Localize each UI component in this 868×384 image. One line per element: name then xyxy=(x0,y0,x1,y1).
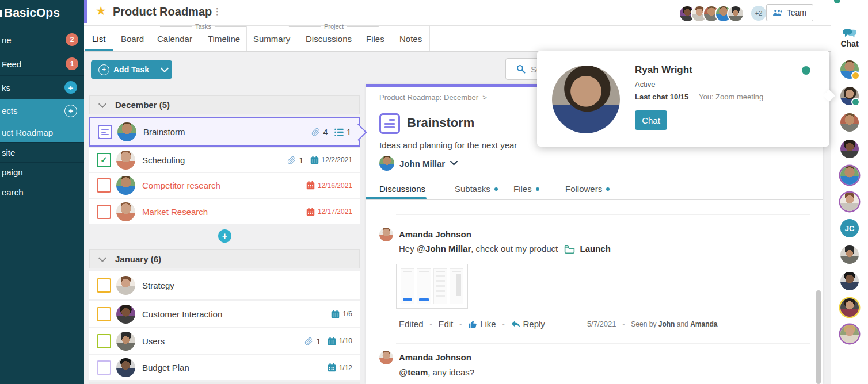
app-window: BasicOps ne 2 Feed 1 ks + ects + uct Roa… xyxy=(0,0,868,384)
member-avatar-stack[interactable] xyxy=(684,5,744,22)
team-button[interactable]: Team xyxy=(766,4,813,21)
more-members-chip[interactable]: +2 xyxy=(751,6,766,21)
sidebar-item-feed[interactable]: Feed 1 xyxy=(0,52,84,75)
chat-avatar-ryah-wright[interactable] xyxy=(840,87,859,105)
assignee-dropdown[interactable]: John Millar xyxy=(379,156,458,171)
mention-link[interactable]: John Millar xyxy=(425,244,471,254)
checkbox[interactable] xyxy=(97,307,111,321)
sidebar-project-campaign[interactable]: paign xyxy=(0,162,84,182)
avatar xyxy=(116,151,135,170)
chat-avatar-initials[interactable]: JC xyxy=(840,219,859,237)
chat-avatar-list: JC xyxy=(840,60,859,343)
paperclip-icon xyxy=(287,156,296,164)
plus-circle-icon: + xyxy=(98,64,109,75)
accent-bar xyxy=(84,0,87,23)
edit-action[interactable]: Edit xyxy=(438,319,453,329)
chat-avatar[interactable] xyxy=(840,193,859,211)
attachment-count: 1 xyxy=(316,336,321,346)
team-icon xyxy=(773,9,783,16)
checkbox[interactable] xyxy=(97,178,111,193)
mention-link[interactable]: team xyxy=(408,367,428,377)
sidebar-item-projects[interactable]: ects + xyxy=(0,99,84,122)
tab-files[interactable]: Files xyxy=(366,34,384,44)
paperclip-icon xyxy=(304,337,313,345)
sidebar-project-product-roadmap[interactable]: uct Roadmap xyxy=(0,122,84,142)
tab-summary[interactable]: Summary xyxy=(253,34,290,44)
tab-calendar[interactable]: Calendar xyxy=(157,34,192,44)
notification-dot xyxy=(606,187,610,191)
add-task-quick-icon[interactable]: + xyxy=(64,81,77,94)
chat-bubbles-icon[interactable] xyxy=(842,28,858,39)
more-menu-icon[interactable]: ⋮ xyxy=(213,6,222,17)
task-row-scheduling[interactable]: ✓ Scheduling 1 12/2/2021 xyxy=(89,148,360,172)
sidebar-item-tasks[interactable]: ks + xyxy=(0,75,84,99)
status-dot-green xyxy=(802,66,810,75)
group-header-december[interactable]: December (5) xyxy=(89,95,360,114)
add-task-dropdown[interactable] xyxy=(157,60,172,79)
checkbox[interactable] xyxy=(97,205,111,219)
project-header: ★ Product Roadmap ⋮ +2 Team xyxy=(84,0,831,26)
app-logo[interactable]: BasicOps xyxy=(4,6,60,20)
detail-tab-discussions[interactable]: Discussions xyxy=(379,184,425,194)
detail-tab-followers[interactable]: Followers xyxy=(565,184,610,194)
sidebar-project-research[interactable]: earch xyxy=(0,182,84,202)
add-row-button[interactable]: + xyxy=(218,229,231,243)
like-action[interactable]: Like xyxy=(468,319,496,329)
checkbox[interactable] xyxy=(97,360,111,375)
sidebar-item-home[interactable]: ne 2 xyxy=(0,28,84,51)
task-row-customer-interaction[interactable]: Customer Interaction 1/6 xyxy=(89,301,360,327)
checkbox[interactable] xyxy=(97,278,111,293)
task-row-market-research[interactable]: Market Research 12/17/2021 xyxy=(89,199,360,224)
reply-action[interactable]: Reply xyxy=(511,319,545,329)
chat-avatar[interactable] xyxy=(840,140,859,158)
group-header-january[interactable]: January (6) xyxy=(89,249,360,268)
sidebar-project-website[interactable]: site xyxy=(0,142,84,162)
message-author[interactable]: Amanda Johnson xyxy=(399,229,471,239)
paperclip-icon xyxy=(311,128,320,136)
add-project-icon[interactable]: + xyxy=(64,105,77,117)
tab-discussions[interactable]: Discussions xyxy=(306,34,352,44)
chat-avatar[interactable] xyxy=(840,298,859,317)
task-row-budget-plan[interactable]: Budget Plan 1/12 xyxy=(89,355,360,380)
tab-list[interactable]: List xyxy=(92,34,105,44)
due-date: 12/16/2021 xyxy=(318,182,352,190)
breadcrumb[interactable]: Product Roadmap: December > xyxy=(379,93,487,102)
chat-avatar[interactable] xyxy=(840,60,859,79)
chat-avatar[interactable] xyxy=(840,245,859,264)
add-task-button[interactable]: + Add Task xyxy=(91,60,172,79)
tab-group-project-label: Project xyxy=(285,23,382,30)
task-row-competitor-research[interactable]: Competitor research 12/16/2021 xyxy=(89,173,360,198)
chat-avatar[interactable] xyxy=(840,166,859,185)
message-author[interactable]: Amanda Johnson xyxy=(399,352,471,362)
checkbox-checked[interactable]: ✓ xyxy=(97,153,111,167)
task-doc-icon[interactable] xyxy=(98,125,112,139)
tab-board[interactable]: Board xyxy=(121,34,144,44)
detail-tab-subtasks[interactable]: Subtasks xyxy=(455,184,498,194)
chat-avatar[interactable] xyxy=(840,325,859,343)
task-row-users[interactable]: Users 1 1/10 xyxy=(89,328,360,354)
tab-notes[interactable]: Notes xyxy=(399,34,422,44)
chat-label[interactable]: Chat xyxy=(831,39,868,48)
task-doc-icon xyxy=(379,113,400,134)
chat-avatar[interactable] xyxy=(840,272,859,290)
detail-tab-files[interactable]: Files xyxy=(513,184,539,194)
tab-divider xyxy=(246,26,247,51)
status-dot-yellow xyxy=(851,71,860,80)
chat-avatar[interactable] xyxy=(840,113,859,132)
user-profile-popup: Ryah Wright Active Last chat 10/15 You: … xyxy=(537,51,829,147)
popup-chat-button[interactable]: Chat xyxy=(635,110,667,130)
task-row-brainstorm[interactable]: Brainstorm 4 1 xyxy=(89,117,360,147)
avatar xyxy=(116,305,135,324)
task-title: Brainstorm xyxy=(407,116,474,130)
scrollbar-thumb[interactable] xyxy=(816,290,821,384)
tab-timeline[interactable]: Timeline xyxy=(208,34,240,44)
attachment-thumbnail[interactable] xyxy=(396,264,468,309)
calendar-icon xyxy=(328,363,336,372)
avatar[interactable] xyxy=(727,5,744,22)
folder-link[interactable]: Launch xyxy=(580,244,611,254)
task-row-strategy[interactable]: Strategy xyxy=(89,271,360,299)
checkbox[interactable] xyxy=(97,334,111,348)
edited-label: Edited xyxy=(399,319,424,329)
message-body: Hey @John Millar, check out my product L… xyxy=(399,244,611,254)
favorite-star-icon[interactable]: ★ xyxy=(96,4,106,18)
